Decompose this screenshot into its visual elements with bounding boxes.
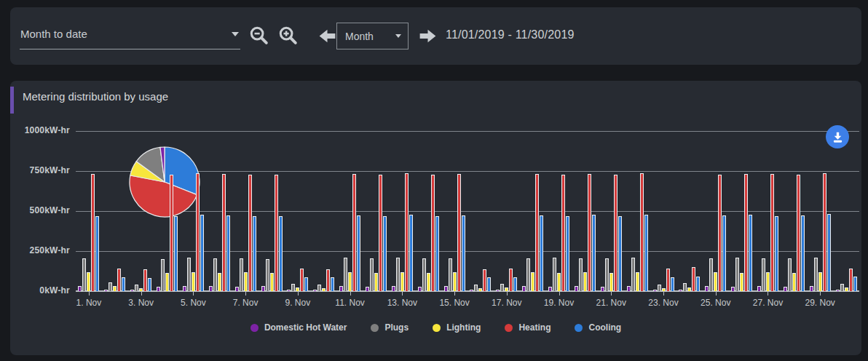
- legend-item-heating[interactable]: Heating: [505, 322, 551, 333]
- bar-heating-day-27[interactable]: [770, 174, 774, 291]
- bar-lighting-day-27[interactable]: [766, 272, 770, 291]
- bar-lighting-day-4[interactable]: [165, 273, 169, 291]
- bar-lighting-day-21[interactable]: [609, 273, 613, 291]
- bar-plugs-day-11[interactable]: [344, 258, 347, 291]
- bar-plugs-day-2[interactable]: [108, 282, 112, 291]
- bar-cooling-day-22[interactable]: [644, 215, 648, 291]
- bar-heating-day-17[interactable]: [509, 269, 513, 291]
- bar-domestic-hot-water-day-16[interactable]: [470, 290, 473, 291]
- bar-plugs-day-4[interactable]: [161, 259, 165, 291]
- bar-domestic-hot-water-day-7[interactable]: [235, 287, 239, 291]
- bar-heating-day-9[interactable]: [300, 269, 304, 291]
- bar-cooling-day-6[interactable]: [226, 215, 230, 291]
- bar-domestic-hot-water-day-2[interactable]: [104, 290, 108, 291]
- bar-lighting-day-25[interactable]: [714, 272, 717, 291]
- bar-lighting-day-26[interactable]: [740, 273, 743, 291]
- bar-domestic-hot-water-day-4[interactable]: [157, 287, 160, 291]
- bar-cooling-day-18[interactable]: [540, 215, 543, 291]
- bar-cooling-day-4[interactable]: [174, 216, 178, 291]
- bar-cooling-day-15[interactable]: [462, 215, 465, 291]
- range-preset-select[interactable]: Month to date: [20, 19, 240, 49]
- bar-domestic-hot-water-day-24[interactable]: [679, 290, 682, 291]
- bar-cooling-day-9[interactable]: [304, 277, 308, 291]
- bar-domestic-hot-water-day-27[interactable]: [757, 286, 761, 291]
- bar-heating-day-11[interactable]: [352, 174, 356, 291]
- bar-cooling-day-7[interactable]: [253, 216, 256, 291]
- bar-cooling-day-5[interactable]: [200, 215, 204, 291]
- bar-domestic-hot-water-day-13[interactable]: [392, 286, 395, 291]
- bar-domestic-hot-water-day-25[interactable]: [705, 286, 709, 291]
- bar-lighting-day-14[interactable]: [427, 273, 430, 291]
- bar-domestic-hot-water-day-8[interactable]: [261, 286, 265, 291]
- bar-domestic-hot-water-day-3[interactable]: [130, 290, 134, 291]
- bar-domestic-hot-water-day-20[interactable]: [575, 286, 578, 291]
- bar-heating-day-10[interactable]: [326, 269, 330, 291]
- bar-heating-day-3[interactable]: [143, 269, 147, 291]
- bar-heating-day-19[interactable]: [561, 175, 565, 291]
- next-period-button[interactable]: [417, 25, 438, 47]
- bar-lighting-day-22[interactable]: [636, 272, 639, 291]
- bar-lighting-day-15[interactable]: [453, 272, 457, 291]
- bar-heating-day-25[interactable]: [718, 175, 722, 291]
- bar-cooling-day-24[interactable]: [696, 277, 700, 291]
- bar-cooling-day-28[interactable]: [801, 215, 805, 291]
- bar-cooling-day-1[interactable]: [95, 216, 99, 291]
- bar-heating-day-26[interactable]: [744, 174, 748, 291]
- bar-domestic-hot-water-day-10[interactable]: [313, 290, 317, 291]
- bar-plugs-day-30[interactable]: [840, 284, 844, 291]
- bar-domestic-hot-water-day-19[interactable]: [548, 287, 552, 291]
- bar-lighting-day-7[interactable]: [244, 272, 248, 291]
- bar-heating-day-16[interactable]: [483, 269, 486, 291]
- bar-plugs-day-27[interactable]: [762, 258, 765, 291]
- bar-lighting-day-23[interactable]: [662, 288, 666, 291]
- bar-cooling-day-11[interactable]: [357, 215, 360, 291]
- bar-lighting-day-24[interactable]: [687, 287, 691, 291]
- bar-lighting-day-18[interactable]: [531, 272, 534, 291]
- bar-cooling-day-10[interactable]: [331, 277, 334, 291]
- bar-heating-day-8[interactable]: [275, 175, 278, 291]
- bar-domestic-hot-water-day-30[interactable]: [836, 290, 840, 291]
- bar-domestic-hot-water-day-26[interactable]: [731, 287, 735, 291]
- legend-item-domestic-hot-water[interactable]: Domestic Hot Water: [250, 322, 347, 333]
- bar-plugs-day-19[interactable]: [553, 258, 556, 291]
- bar-plugs-day-20[interactable]: [579, 258, 583, 291]
- bar-lighting-day-12[interactable]: [374, 273, 378, 291]
- bar-domestic-hot-water-day-23[interactable]: [653, 290, 657, 291]
- bar-heating-day-28[interactable]: [797, 175, 800, 291]
- bar-lighting-day-2[interactable]: [113, 286, 117, 291]
- bar-cooling-day-26[interactable]: [749, 215, 752, 291]
- bar-plugs-day-23[interactable]: [658, 285, 661, 291]
- bar-plugs-day-10[interactable]: [317, 285, 321, 291]
- bar-cooling-day-23[interactable]: [671, 277, 674, 291]
- bar-lighting-day-9[interactable]: [296, 287, 299, 291]
- bar-lighting-day-19[interactable]: [557, 273, 561, 291]
- bar-domestic-hot-water-day-29[interactable]: [810, 286, 813, 291]
- bar-domestic-hot-water-day-28[interactable]: [784, 287, 787, 291]
- bar-plugs-day-5[interactable]: [187, 258, 191, 291]
- bar-cooling-day-12[interactable]: [383, 216, 387, 291]
- bar-heating-day-14[interactable]: [431, 175, 435, 291]
- bar-plugs-day-16[interactable]: [474, 285, 478, 291]
- bar-cooling-day-17[interactable]: [513, 277, 517, 291]
- bar-heating-day-23[interactable]: [666, 269, 670, 291]
- bar-heating-day-12[interactable]: [379, 175, 382, 291]
- bar-cooling-day-21[interactable]: [618, 216, 622, 291]
- bar-heating-day-13[interactable]: [405, 173, 409, 291]
- bar-cooling-day-8[interactable]: [279, 216, 283, 291]
- bar-domestic-hot-water-day-11[interactable]: [339, 286, 343, 291]
- bar-cooling-day-29[interactable]: [827, 214, 831, 291]
- bar-domestic-hot-water-day-15[interactable]: [444, 286, 448, 291]
- bar-heating-day-15[interactable]: [457, 174, 461, 291]
- bar-heating-day-2[interactable]: [117, 269, 121, 291]
- bar-lighting-day-6[interactable]: [218, 273, 221, 291]
- bar-heating-day-1[interactable]: [91, 174, 95, 291]
- bar-heating-day-18[interactable]: [535, 174, 539, 291]
- bar-heating-day-30[interactable]: [849, 269, 853, 291]
- bar-cooling-day-30[interactable]: [853, 277, 857, 291]
- bar-domestic-hot-water-day-1[interactable]: [78, 286, 82, 291]
- bar-plugs-day-12[interactable]: [370, 258, 374, 291]
- bar-cooling-day-14[interactable]: [435, 216, 439, 291]
- bar-plugs-day-18[interactable]: [526, 258, 530, 291]
- bar-plugs-day-21[interactable]: [605, 258, 609, 291]
- bar-domestic-hot-water-day-21[interactable]: [601, 287, 604, 291]
